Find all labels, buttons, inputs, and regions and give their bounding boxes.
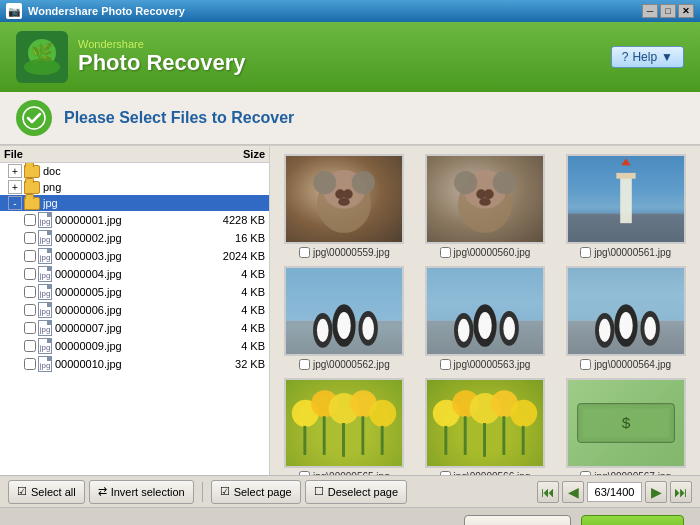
thumb-label-561: jpg\00000561.jpg (594, 247, 671, 258)
thumbnail-image-566 (425, 378, 545, 468)
file-checkbox-4[interactable] (24, 268, 36, 280)
tree-header: File Size (0, 146, 269, 163)
nav-bar: « Back » Next (0, 507, 700, 525)
minimize-button[interactable]: ─ (642, 4, 658, 18)
thumb-checkbox-561[interactable] (580, 247, 591, 258)
titlebar-controls: ─ □ ✕ (642, 4, 694, 18)
item-name-2: 00000002.jpg (55, 232, 214, 244)
thumb-checkbox-564[interactable] (580, 359, 591, 370)
expander-jpg[interactable]: - (8, 196, 22, 210)
logo-wrap: 🌿 Wondershare Photo Recovery (16, 31, 246, 83)
thumbnail-item-560[interactable]: jpg\00000560.jpg (419, 154, 552, 258)
svg-point-64 (510, 400, 537, 427)
list-item[interactable]: jpg 00000002.jpg 16 KB (0, 229, 269, 247)
pagination-controls: ⏮ ◀ 63/1400 ▶ ⏭ (537, 481, 692, 503)
expander-png[interactable]: + (8, 180, 22, 194)
prev-page-button[interactable]: ◀ (562, 481, 584, 503)
select-page-button[interactable]: ☑ Select page (211, 480, 301, 504)
file-checkbox-7[interactable] (24, 322, 36, 334)
item-name-5: 00000005.jpg (55, 286, 214, 298)
step-title: Please Select Files to Recover (64, 109, 294, 127)
item-name-jpg: jpg (43, 197, 214, 209)
back-button[interactable]: « Back (464, 515, 570, 526)
svg-point-37 (478, 312, 492, 339)
select-all-button[interactable]: ☑ Select all (8, 480, 85, 504)
item-size-4: 4 KB (214, 268, 269, 280)
deselect-page-button[interactable]: ☐ Deselect page (305, 480, 407, 504)
help-button[interactable]: ? Help ▼ (611, 46, 684, 68)
thumbnail-item-562[interactable]: jpg\00000562.jpg (278, 266, 411, 370)
folder-icon-png (24, 181, 40, 194)
tree-item-png[interactable]: + png (0, 179, 269, 195)
list-item[interactable]: jpg 00000007.jpg 4 KB (0, 319, 269, 337)
next-page-button[interactable]: ▶ (645, 481, 667, 503)
svg-point-11 (339, 198, 351, 206)
thumb-label-row-567: jpg\00000567.jpg (580, 471, 671, 475)
thumbnail-image-564 (566, 266, 686, 356)
thumb-label-564: jpg\00000564.jpg (594, 359, 671, 370)
folder-icon-jpg (24, 197, 40, 210)
item-size-5: 4 KB (214, 286, 269, 298)
file-checkbox-5[interactable] (24, 286, 36, 298)
item-name-4: 00000004.jpg (55, 268, 214, 280)
expander-doc[interactable]: + (8, 164, 22, 178)
file-checkbox-9[interactable] (24, 358, 36, 370)
file-checkbox-2[interactable] (24, 232, 36, 244)
item-size-9: 32 KB (214, 358, 269, 370)
list-item[interactable]: jpg 00000003.jpg 2024 KB (0, 247, 269, 265)
thumb-checkbox-560[interactable] (440, 247, 451, 258)
svg-point-35 (458, 319, 470, 342)
thumbnail-image-563 (425, 266, 545, 356)
brand-name: Wondershare (78, 38, 246, 50)
list-item[interactable]: jpg 00000009.jpg 4 KB (0, 337, 269, 355)
thumbnail-item-564[interactable]: jpg\00000564.jpg (559, 266, 692, 370)
separator-1 (202, 482, 203, 502)
tree-item-jpg[interactable]: - jpg (0, 195, 269, 211)
svg-rect-58 (381, 426, 384, 455)
file-checkbox-8[interactable] (24, 340, 36, 352)
tree-item-doc[interactable]: + doc (0, 163, 269, 179)
invert-selection-button[interactable]: ⇄ Invert selection (89, 480, 194, 504)
header: 🌿 Wondershare Photo Recovery ? Help ▼ (0, 22, 700, 92)
file-icon-3: jpg (38, 248, 52, 264)
thumb-checkbox-566[interactable] (440, 471, 451, 475)
thumbnail-item-563[interactable]: jpg\00000563.jpg (419, 266, 552, 370)
file-icon-1: jpg (38, 212, 52, 228)
thumbnail-item-561[interactable]: jpg\00000561.jpg (559, 154, 692, 258)
list-item[interactable]: jpg 00000010.jpg 32 KB (0, 355, 269, 373)
svg-text:$: $ (621, 414, 630, 431)
file-checkbox-1[interactable] (24, 214, 36, 226)
titlebar-title: Wondershare Photo Recovery (28, 5, 185, 17)
thumbnail-item-567[interactable]: $ jpg\00000567.jpg (559, 378, 692, 475)
svg-point-31 (363, 317, 375, 340)
next-button[interactable]: » Next (581, 515, 684, 526)
svg-rect-66 (464, 416, 467, 455)
list-item[interactable]: jpg 00000006.jpg 4 KB (0, 301, 269, 319)
file-checkbox-3[interactable] (24, 250, 36, 262)
product-name: Photo Recovery (78, 50, 246, 76)
thumb-label-559: jpg\00000559.jpg (313, 247, 390, 258)
first-page-button[interactable]: ⏮ (537, 481, 559, 503)
svg-point-27 (317, 319, 329, 342)
restore-button[interactable]: □ (660, 4, 676, 18)
svg-point-47 (644, 317, 656, 340)
tree-body[interactable]: + doc + png - jpg (0, 163, 269, 475)
svg-rect-68 (502, 416, 505, 455)
thumb-checkbox-565[interactable] (299, 471, 310, 475)
thumb-checkbox-563[interactable] (440, 359, 451, 370)
close-button[interactable]: ✕ (678, 4, 694, 18)
thumbnail-image-567: $ (566, 378, 686, 468)
thumb-checkbox-562[interactable] (299, 359, 310, 370)
thumbnail-item-566[interactable]: jpg\00000566.jpg (419, 378, 552, 475)
file-checkbox-6[interactable] (24, 304, 36, 316)
thumbnail-item-559[interactable]: jpg\00000559.jpg (278, 154, 411, 258)
svg-point-53 (369, 400, 396, 427)
thumbnail-item-565[interactable]: jpg\00000565.jpg (278, 378, 411, 475)
list-item[interactable]: jpg 00000001.jpg 4228 KB (0, 211, 269, 229)
list-item[interactable]: jpg 00000004.jpg 4 KB (0, 265, 269, 283)
list-item[interactable]: jpg 00000005.jpg 4 KB (0, 283, 269, 301)
svg-rect-65 (444, 426, 447, 455)
thumb-checkbox-567[interactable] (580, 471, 591, 475)
last-page-button[interactable]: ⏭ (670, 481, 692, 503)
thumb-checkbox-559[interactable] (299, 247, 310, 258)
